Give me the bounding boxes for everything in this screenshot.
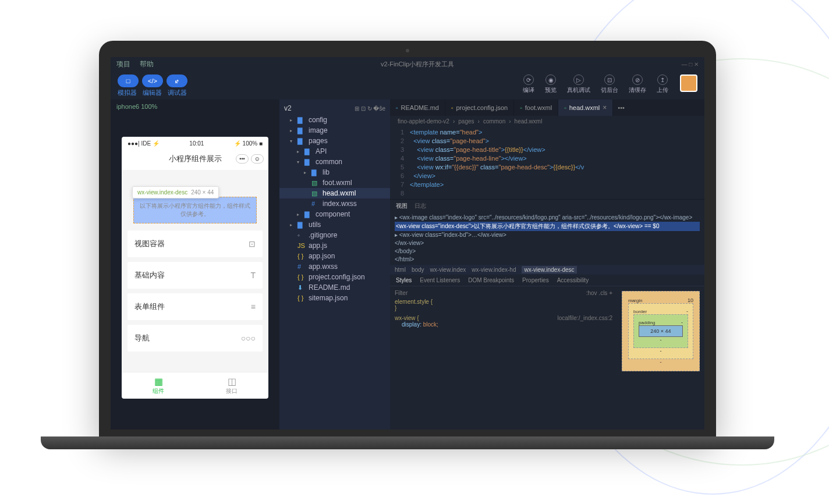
pill-editor[interactable]: </> [142,74,163,87]
selected-element[interactable]: 以下将展示小程序官方组件能力，组件样式仅供参考。 [133,197,257,223]
simulator-panel: iphone6 100% ●●●| IDE ⚡ 10:01 ⚡ 100% ■ 小… [111,100,279,430]
editor-tab[interactable]: ▫project.config.json [445,100,514,116]
dom-crumb[interactable]: wx-view.index [430,267,466,273]
device-info: iphone6 100% [116,103,274,110]
sim-menu-item[interactable]: 基础内容T [127,262,263,289]
phone-close-button[interactable]: ⊙ [251,154,264,164]
phone-preview: ●●●| IDE ⚡ 10:01 ⚡ 100% ■ 小程序组件展示 ••• ⊙ [122,137,268,399]
dom-tree[interactable]: ▸ <wx-image class="index-logo" src="../r… [390,212,704,265]
editor-tab[interactable]: ▫README.md [390,100,445,116]
action-background[interactable]: ⊡切后台 [601,74,618,94]
editor-tab[interactable]: ▫foot.wxml [514,100,558,116]
styles-filter-actions[interactable]: :hov .cls + [586,290,612,296]
laptop-frame: 项目 帮助 v2-FinClip小程序开发工具 — □ ✕ □ </> ⸙ 模拟… [99,41,716,449]
camera-dot [406,49,409,52]
tree-item[interactable]: ▸ ▇ API [279,146,390,157]
menu-help[interactable]: 帮助 [140,59,154,69]
dom-crumb[interactable]: body [412,267,424,273]
tree-item[interactable]: ◦ .gitignore [279,230,390,240]
tree-item[interactable]: ▸ ▇ image [279,125,390,136]
tree-item[interactable]: # app.wxss [279,261,390,272]
tree-item[interactable]: ▸ ▇ utils [279,219,390,230]
tree-item[interactable]: ⬇ README.md [279,282,390,293]
tree-item[interactable]: ▾ ▇ pages [279,136,390,146]
menubar: 项目 帮助 v2-FinClip小程序开发工具 — □ ✕ [111,57,704,71]
phone-title: 小程序组件展示 [169,154,222,164]
styles-filter[interactable]: Filter [395,290,408,296]
action-preview[interactable]: ◉预览 [545,74,557,94]
devtools-subtab[interactable]: Styles [396,277,412,283]
tree-item[interactable]: ▾ ▇ common [279,157,390,167]
phone-status-right: ⚡ 100% ■ [234,140,263,147]
action-compile[interactable]: ⟳编译 [523,74,534,94]
pill-label-debugger: 调试器 [168,88,187,97]
editor-tabs: ▫README.md ▫project.config.json ▫foot.wx… [390,100,704,116]
phone-status-time: 10:01 [189,140,204,147]
avatar[interactable] [680,74,697,92]
devtools-subtab[interactable]: Accessibility [557,277,589,283]
devtools-tab-log[interactable]: 日志 [414,202,426,210]
dom-breadcrumb[interactable]: htmlbodywx-view.indexwx-view.index-hdwx-… [390,265,704,275]
action-upload[interactable]: ↥上传 [657,74,668,94]
ide-screen: 项目 帮助 v2-FinClip小程序开发工具 — □ ✕ □ </> ⸙ 模拟… [111,57,704,430]
pill-debugger[interactable]: ⸙ [166,74,187,87]
tree-item[interactable]: { } app.json [279,251,390,261]
action-clear-cache[interactable]: ⊘清缓存 [629,74,646,94]
explorer-actions[interactable]: ⊞ ⊡ ↻ �še [355,105,385,112]
breadcrumb: fino-applet-demo-v2›pages›common›head.wx… [390,116,704,127]
tree-item[interactable]: # index.wxss [279,198,390,209]
dom-crumb[interactable]: wx-view.index-desc [522,266,576,274]
tab-api[interactable]: ◫接口 [195,372,268,399]
phone-more-button[interactable]: ••• [236,154,249,164]
devtools-subtab[interactable]: Properties [522,277,549,283]
devtools-subtab[interactable]: Event Listeners [420,277,460,283]
tree-item[interactable]: JS app.js [279,240,390,251]
devtools-tab-view[interactable]: 视图 [396,202,408,210]
action-remote-debug[interactable]: ▷真机调试 [567,74,590,94]
sim-menu-item[interactable]: 表单组件≡ [127,293,263,320]
box-model: margin 10 border - padding - 240 × 4 [617,286,704,430]
devtools-subtabs: StylesEvent ListenersDOM BreakpointsProp… [390,275,704,286]
laptop-base [41,436,774,449]
sim-menu-item[interactable]: 导航○○○ [127,325,263,352]
toolbar: □ </> ⸙ 模拟器 编辑器 调试器 ⟳编译 ◉预览 ▷真机调试 ⊡切后台 [111,71,704,100]
tabs-more[interactable]: ••• [613,104,629,111]
dom-crumb[interactable]: html [395,267,406,273]
tree-item[interactable]: ▧ head.wxml [279,188,390,198]
window-controls[interactable]: — □ ✕ [681,61,699,68]
phone-status-left: ●●●| IDE ⚡ [127,140,160,147]
menu-project[interactable]: 项目 [116,59,130,69]
styles-pane[interactable]: Filter :hov .cls + element.style {}</spa… [390,286,617,430]
pill-label-simulator: 模拟器 [118,88,137,97]
editor-tab[interactable]: ▫head.wxml× [558,100,613,116]
devtools-subtab[interactable]: DOM Breakpoints [468,277,514,283]
devtools-panel: 视图 日志 ▸ <wx-image class="index-logo" src… [390,199,704,430]
pill-label-editor: 编辑器 [143,88,162,97]
file-explorer: v2 ⊞ ⊡ ↻ �še ▸ ▇ config ▸ ▇ image ▾ ▇ pa… [279,100,390,430]
sim-menu-item[interactable]: 视图容器⊡ [127,230,263,257]
dom-crumb[interactable]: wx-view.index-hd [472,267,516,273]
tree-item[interactable]: ▸ ▇ component [279,209,390,219]
tree-item[interactable]: ▸ ▇ config [279,115,390,125]
window-title: v2-FinClip小程序开发工具 [381,60,455,69]
tree-item[interactable]: ▧ foot.wxml [279,178,390,188]
tab-components[interactable]: ▦组件 [122,372,195,399]
tree-item[interactable]: { } project.config.json [279,272,390,282]
tree-item[interactable]: ▸ ▇ lib [279,167,390,178]
explorer-root[interactable]: v2 [284,104,292,112]
editor-panel: ▫README.md ▫project.config.json ▫foot.wx… [390,100,704,430]
pill-simulator[interactable]: □ [118,74,139,87]
code-editor[interactable]: 1<template name="head">2 <view class="pa… [390,127,704,199]
tree-item[interactable]: { } sitemap.json [279,293,390,303]
inspector-tooltip: wx-view.index-desc240 × 44 [132,186,219,198]
